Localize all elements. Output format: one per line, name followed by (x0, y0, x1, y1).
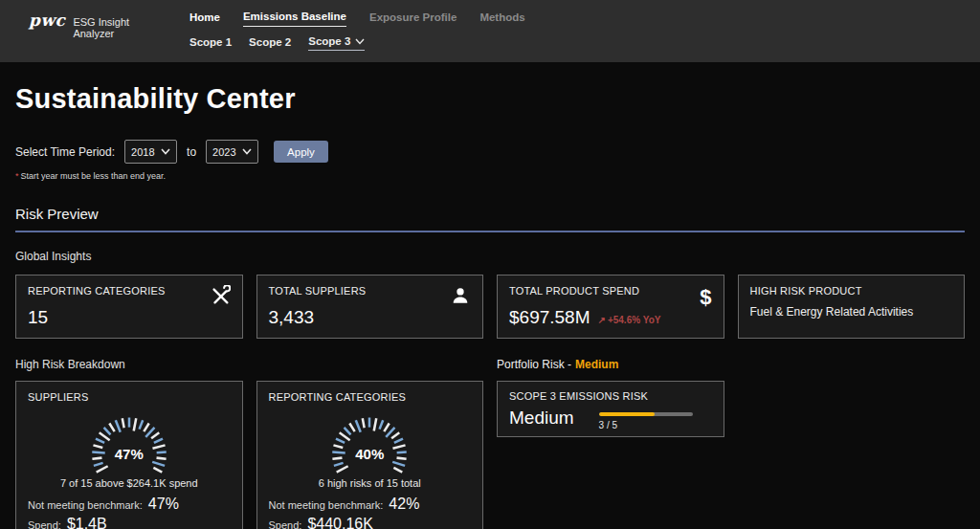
delta-text: +54.6% YoY (608, 315, 661, 325)
start-year-value: 2018 (131, 146, 154, 158)
spend-value: $440.16K (307, 516, 373, 529)
card-value: $697.58M (509, 307, 590, 328)
breakdown-cards-row: SUPPLIERS 47% 7 of 15 above $264.1K spen… (15, 381, 965, 529)
start-year-select[interactable]: 2018 (124, 140, 177, 164)
risk-progress-track (599, 412, 693, 416)
card-value: 3,433 (269, 307, 472, 328)
nav-item-emissions-baseline[interactable]: Emissions Baseline (243, 11, 346, 27)
risk-progress-fill (599, 412, 656, 416)
risk-preview-heading: Risk Preview (15, 206, 965, 222)
card-scope3-emissions-risk: SCOPE 3 EMISSIONS RISK Medium 3 / 5 (497, 381, 724, 437)
nav-item-exposure-profile[interactable]: Exposure Profile (369, 11, 457, 27)
global-insights-label: Global Insights (15, 250, 965, 263)
time-period-note: *Start year must be less than end year. (15, 171, 965, 181)
tools-icon (210, 285, 231, 310)
subnav-item-scope-1[interactable]: Scope 1 (189, 36, 232, 51)
subnav-label: Scope 1 (189, 36, 232, 48)
end-year-select[interactable]: 2023 (206, 140, 258, 164)
time-period-controls: Select Time Period: 2018 to 2023 Apply (15, 140, 965, 164)
scope-subnav: Scope 1 Scope 2 Scope 3 (189, 35, 525, 51)
subnav-label: Scope 2 (249, 36, 291, 48)
page-title: Sustainability Center (15, 83, 965, 115)
card-title: SUPPLIERS (28, 391, 231, 403)
card-title: SCOPE 3 EMISSIONS RISK (509, 390, 712, 402)
risk-level: Medium (509, 408, 574, 429)
insight-cards-row: REPORTING CATEGORIES 15 TOTAL SUPPLIERS … (15, 275, 965, 339)
subnav-label: Scope 3 (308, 35, 350, 47)
nav-item-methods[interactable]: Methods (479, 11, 524, 27)
breakdown-labels-row: High Risk Breakdown Portfolio Risk -Medi… (15, 358, 965, 371)
risk-body: Medium 3 / 5 (509, 408, 712, 430)
card-title: REPORTING CATEGORIES (28, 285, 231, 297)
high-risk-breakdown-label: High Risk Breakdown (15, 358, 483, 371)
card-value-row: $697.58M ↗ +54.6% YoY (509, 307, 712, 328)
arrow-up-right-icon: ↗ (598, 315, 606, 325)
dollar-icon: $ (700, 285, 711, 310)
chevron-down-icon (161, 148, 170, 155)
person-icon (450, 285, 471, 310)
spend-row: Spend: $1.4B (28, 516, 231, 529)
pwc-logo: pwc (29, 11, 65, 30)
benchmark-row: Not meeting benchmark: 47% (28, 496, 231, 513)
risk-bar-area: 3 / 5 (599, 412, 693, 430)
section-divider (15, 231, 965, 232)
time-period-label: Select Time Period: (15, 145, 115, 159)
reporting-categories-gauge: 40% (288, 405, 451, 481)
card-title: HIGH RISK PRODUCT (750, 285, 953, 297)
card-suppliers-gauge: SUPPLIERS 47% 7 of 15 above $264.1K spen… (15, 381, 243, 529)
card-value: Fuel & Energy Related Activities (750, 305, 953, 319)
card-title: REPORTING CATEGORIES (269, 391, 472, 403)
card-total-suppliers: TOTAL SUPPLIERS 3,433 (256, 275, 484, 339)
card-total-product-spend: TOTAL PRODUCT SPEND $ $697.58M ↗ +54.6% … (497, 275, 724, 339)
required-asterisk: * (15, 171, 19, 181)
benchmark-value: 47% (148, 496, 179, 513)
spend-label: Spend: (28, 519, 61, 529)
spend-row: Spend: $440.16K (269, 516, 472, 529)
nav-item-home[interactable]: Home (189, 11, 220, 27)
benchmark-label: Not meeting benchmark: (28, 499, 143, 511)
spend-value: $1.4B (67, 516, 107, 529)
spend-label: Spend: (269, 519, 302, 529)
suppliers-gauge: 47% (48, 405, 211, 481)
card-value: 15 (28, 307, 231, 328)
chevron-down-icon (355, 38, 365, 45)
gauge-chart (48, 405, 211, 477)
app-header: pwc ESG Insight Analyzer Home Emissions … (0, 0, 980, 62)
gauge-percent: 47% (48, 446, 211, 462)
card-high-risk-product: HIGH RISK PRODUCT Fuel & Energy Related … (738, 275, 966, 339)
end-year-value: 2023 (212, 146, 235, 158)
gauge-chart (288, 405, 451, 477)
note-text: Start year must be less than end year. (21, 171, 167, 181)
yoy-delta: ↗ +54.6% YoY (598, 315, 661, 325)
risk-score: 3 / 5 (599, 420, 693, 430)
card-reporting-categories: REPORTING CATEGORIES 15 (15, 275, 243, 339)
portfolio-risk-label: Portfolio Risk -Medium (497, 358, 724, 371)
gauge-percent: 40% (288, 446, 451, 462)
nav-row: Home Emissions Baseline Exposure Profile… (189, 11, 525, 27)
card-title: TOTAL PRODUCT SPEND (509, 285, 712, 297)
card-reporting-categories-gauge: REPORTING CATEGORIES 40% 6 high risks of… (256, 381, 484, 529)
portfolio-risk-text: Portfolio Risk - (497, 358, 571, 371)
benchmark-label: Not meeting benchmark: (269, 499, 384, 511)
portfolio-risk-value: Medium (575, 358, 618, 371)
subnav-item-scope-2[interactable]: Scope 2 (249, 36, 291, 51)
subnav-item-scope-3[interactable]: Scope 3 (308, 35, 365, 51)
benchmark-row: Not meeting benchmark: 42% (269, 496, 472, 513)
to-label: to (187, 145, 196, 159)
main-navigation: Home Emissions Baseline Exposure Profile… (189, 11, 525, 51)
app-title: ESG Insight Analyzer (73, 16, 161, 39)
card-title: TOTAL SUPPLIERS (269, 285, 472, 297)
apply-button[interactable]: Apply (274, 141, 328, 163)
chevron-down-icon (242, 148, 252, 155)
benchmark-value: 42% (389, 496, 419, 513)
brand-area: pwc ESG Insight Analyzer (29, 11, 161, 39)
